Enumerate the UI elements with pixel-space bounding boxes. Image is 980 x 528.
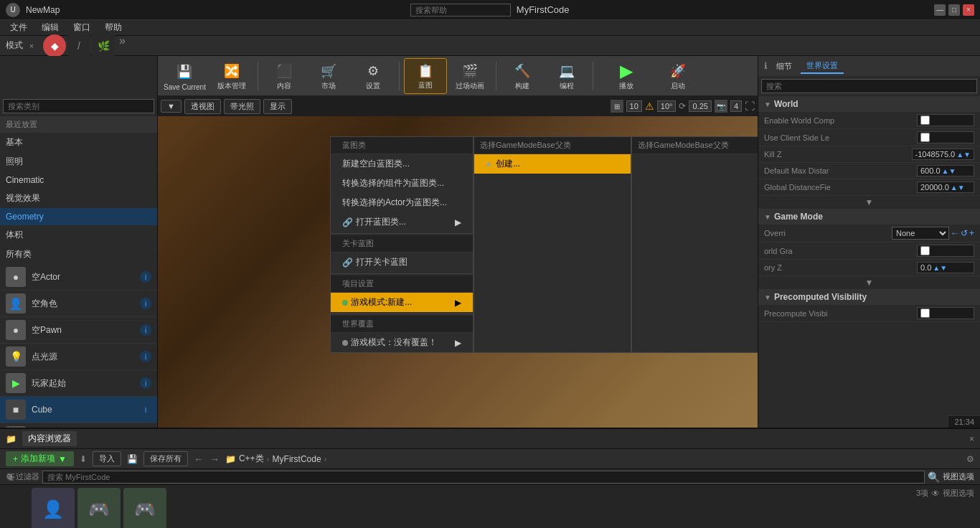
actor-info-cube[interactable]: i — [140, 404, 151, 415]
prop-value-client-side[interactable] — [917, 131, 974, 143]
prop-value-killz[interactable]: -1048575.0 ▲▼ — [912, 148, 974, 160]
actor-info-point-light[interactable]: i — [140, 351, 151, 362]
asset-item-2[interactable]: 🎮 — [123, 488, 166, 528]
breadcrumb-cpp[interactable]: C++类 — [239, 453, 264, 465]
category-geometry[interactable]: Geometry — [0, 208, 157, 225]
category-basic[interactable]: 基本 — [0, 133, 157, 152]
menu-edit[interactable]: 编辑 — [34, 20, 66, 35]
expand-modes-button[interactable]: » — [119, 34, 126, 57]
checkbox-world-gravity[interactable] — [920, 246, 930, 255]
actor-item-player-start[interactable]: ▶ 玩家起始 i — [0, 370, 157, 397]
game-mode-section-header[interactable]: ▼ Game Mode — [758, 209, 980, 225]
toolbar-content[interactable]: ⬛ 内容 — [263, 58, 306, 94]
category-light[interactable]: 照明 — [0, 152, 157, 171]
category-all[interactable]: 所有类 — [0, 245, 157, 264]
prop-value-world-gravity[interactable] — [917, 245, 974, 257]
toolbar-build[interactable]: 🔨 构建 — [501, 58, 544, 94]
bp-entry-new-empty[interactable]: 新建空白蓝图类... — [331, 154, 473, 174]
mode-close-button[interactable]: × — [26, 40, 37, 52]
category-volume[interactable]: 体积 — [0, 225, 157, 245]
vp-fullscreen-icon[interactable]: ⛶ — [745, 100, 755, 112]
vp-display-button[interactable]: 显示 — [263, 99, 292, 114]
menu-help[interactable]: 帮助 — [98, 20, 129, 35]
prop-arrow-killz[interactable]: ▲▼ — [956, 151, 971, 159]
prop-arrow-global-dist[interactable]: ▲▼ — [951, 184, 965, 192]
help-search-input[interactable] — [410, 4, 511, 16]
create-btn[interactable]: + 创建... — [474, 154, 631, 174]
right-search-input[interactable] — [761, 79, 977, 93]
view-options-button[interactable]: 视图选项 — [943, 471, 974, 482]
bottom-search-input[interactable] — [42, 471, 925, 484]
minimize-button[interactable]: — — [934, 4, 946, 16]
bp-entry-open-bp[interactable]: 🔗 打开蓝图类... ▶ — [331, 212, 473, 232]
bp-entry-world-override[interactable]: 游戏模式：没有覆盖！ ▶ — [331, 333, 473, 352]
world-expand-more[interactable]: ▼ — [758, 196, 980, 209]
actor-info-empty-pawn[interactable]: i — [140, 324, 151, 336]
category-cinematic[interactable]: Cinematic — [0, 171, 157, 189]
checkbox-precompute-vis[interactable] — [920, 308, 930, 318]
prop-value-max-dist[interactable]: 600.0 ▲▼ — [917, 165, 974, 176]
category-visual[interactable]: 视觉效果 — [0, 189, 157, 208]
mode-foliage[interactable]: 🌿 — [92, 34, 115, 57]
prop-value-precompute-vis[interactable] — [917, 307, 974, 319]
prop-value-enable-world[interactable] — [917, 114, 974, 126]
detail-tab[interactable]: 细节 — [771, 60, 798, 73]
actor-item-empty-char[interactable]: 👤 空角色 i — [0, 291, 157, 317]
toolbar-play[interactable]: ▶ 播放 — [598, 58, 655, 94]
category-search-input[interactable] — [3, 99, 154, 113]
override-reset-btn[interactable]: ↺ — [961, 228, 968, 238]
asset-item-1[interactable]: 🎮 M-Car — [77, 488, 121, 528]
prop-value-gravity-z[interactable]: 0.0 ▲▼ — [917, 262, 974, 273]
prop-arrow-max-dist[interactable]: ▲▼ — [942, 167, 956, 175]
checkbox-enable-world[interactable] — [920, 116, 930, 125]
vp-dropdown-button[interactable]: ▼ — [161, 100, 182, 113]
maximize-button[interactable]: □ — [948, 4, 960, 16]
filter-settings-icon[interactable]: ⚙ — [966, 454, 974, 464]
save-all-button[interactable]: 保存所有 — [143, 451, 188, 466]
actor-item-point-light[interactable]: 💡 点光源 i — [0, 344, 157, 370]
bp-entry-gamemode[interactable]: 游戏模式:新建... ▶ — [331, 293, 473, 312]
add-new-button[interactable]: + 添加新项 ▼ — [6, 451, 74, 466]
prop-arrow-gravity-z[interactable]: ▲▼ — [933, 264, 947, 272]
nav-back-button[interactable]: ← — [194, 453, 204, 465]
precomputed-section-header[interactable]: ▼ Precomputed Visibility — [758, 289, 980, 305]
mode-select[interactable]: ◆ — [43, 34, 66, 57]
search-icon[interactable]: 🔍 — [928, 471, 940, 483]
close-button[interactable]: × — [963, 4, 974, 16]
override-add-btn[interactable]: + — [969, 228, 974, 238]
toolbar-blueprint[interactable]: 📋 蓝图 — [404, 58, 447, 94]
actor-item-empty-pawn[interactable]: ● 空Pawn i — [0, 317, 157, 344]
toolbar-version[interactable]: 🔀 版本管理 — [210, 58, 253, 94]
bp-entry-convert-component[interactable]: 转换选择的组件为蓝图类... — [331, 174, 473, 193]
actor-info-empty-char[interactable]: i — [140, 298, 151, 309]
toolbar-cinematic[interactable]: 🎬 过场动画 — [448, 58, 491, 94]
mode-landscape[interactable]: / — [67, 34, 90, 57]
vp-lighting-button[interactable]: 带光照 — [224, 99, 260, 114]
actor-info-player-start[interactable]: i — [140, 377, 151, 389]
world-settings-tab[interactable]: 世界设置 — [801, 59, 844, 74]
content-browser-close[interactable]: × — [969, 434, 974, 444]
import-button[interactable]: 导入 — [93, 451, 121, 466]
override-select[interactable]: None — [892, 227, 949, 240]
actor-item-empty-actor[interactable]: ● 空Actor i — [0, 264, 157, 291]
breadcrumb-myfirstcode[interactable]: MyFirstCode — [273, 454, 321, 464]
checkbox-client-side[interactable] — [920, 133, 930, 142]
menu-window[interactable]: 窗口 — [66, 20, 98, 35]
asset-item-0[interactable]: 👤 MyFirst — [32, 488, 75, 528]
content-browser-tab[interactable]: 内容浏览器 — [22, 431, 77, 446]
toolbar-settings[interactable]: ⚙ 设置 — [352, 58, 395, 94]
override-back-btn[interactable]: ← — [951, 228, 959, 238]
vp-perspective-button[interactable]: 透视图 — [184, 99, 221, 114]
bp-entry-convert-actor[interactable]: 转换选择的Actor为蓝图类... — [331, 193, 473, 212]
menu-file[interactable]: 文件 — [3, 20, 34, 35]
actor-item-cube[interactable]: ■ Cube i — [0, 397, 157, 423]
nav-forward-button[interactable]: → — [209, 453, 220, 465]
toolbar-market[interactable]: 🛒 市场 — [307, 58, 350, 94]
world-section-header[interactable]: ▼ World — [758, 96, 980, 112]
prop-value-global-dist[interactable]: 20000.0 ▲▼ — [917, 182, 974, 193]
gamemode-expand-more[interactable]: ▼ — [758, 276, 980, 289]
actor-info-empty-actor[interactable]: i — [140, 271, 151, 283]
toolbar-launch[interactable]: 🚀 启动 — [656, 58, 699, 94]
bp-entry-open-level[interactable]: 🔗 打开关卡蓝图 — [331, 253, 473, 272]
toolbar-save-current[interactable]: 💾 Save Current — [161, 58, 209, 94]
